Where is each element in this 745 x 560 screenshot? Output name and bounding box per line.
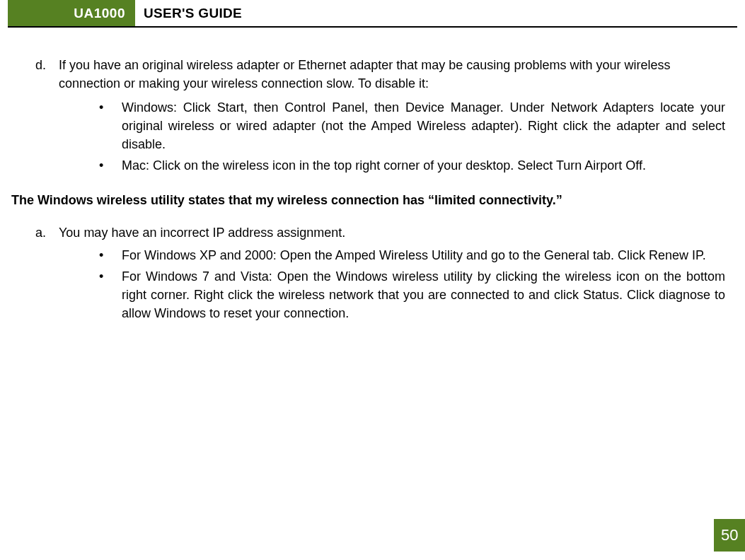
bullet-icon: • [93,267,122,322]
list-marker: a. [29,223,59,242]
header-title: USER'S GUIDE [135,0,242,26]
page-number: 50 [714,519,745,552]
list-item-text: You may have an incorrect IP address ass… [59,223,734,242]
list-item-text: If you have an original wireless adapter… [59,56,734,93]
sublist-item-text: For Windows 7 and Vista: Open the Window… [122,267,725,322]
sublist-item: • Windows: Click Start, then Control Pan… [93,98,725,153]
sublist-item: • For Windows 7 and Vista: Open the Wind… [93,267,725,322]
sublist-item-text: For Windows XP and 2000: Open the Amped … [122,246,725,264]
page-content: d. If you have an original wireless adap… [0,28,745,322]
page-header: UA1000 USER'S GUIDE [8,0,737,28]
sublist-a: • For Windows XP and 2000: Open the Ampe… [93,246,725,322]
list-item-a: a. You may have an incorrect IP address … [11,223,734,242]
list-marker: d. [29,56,59,93]
sublist-item-text: Windows: Click Start, then Control Panel… [122,98,725,153]
sublist-item: • Mac: Click on the wireless icon in the… [93,156,725,175]
bullet-icon: • [93,246,122,264]
list-item-d: d. If you have an original wireless adap… [11,56,734,93]
section-heading: The Windows wireless utility states that… [11,191,734,209]
bullet-icon: • [93,98,122,153]
sublist-item-text: Mac: Click on the wireless icon in the t… [122,156,725,175]
bullet-icon: • [93,156,122,175]
sublist-item: • For Windows XP and 2000: Open the Ampe… [93,246,725,264]
header-badge: UA1000 [8,0,135,26]
sublist-d: • Windows: Click Start, then Control Pan… [93,98,725,175]
